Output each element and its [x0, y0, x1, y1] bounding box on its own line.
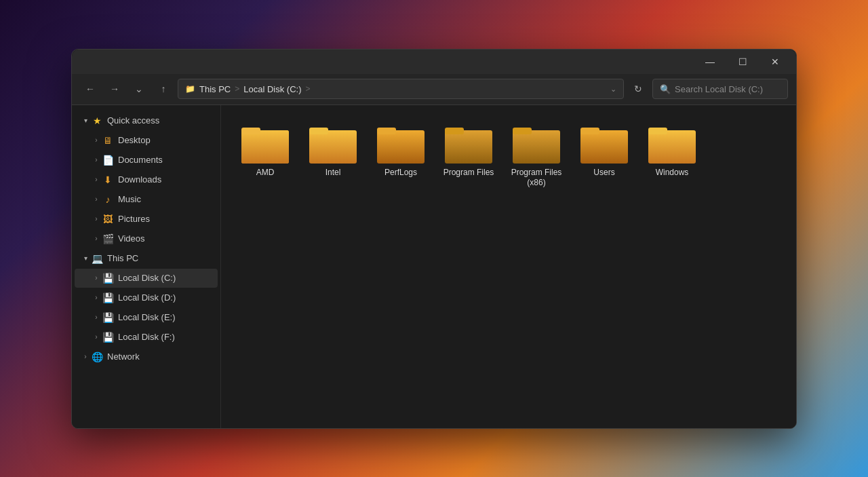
search-icon: 🔍: [660, 84, 671, 94]
local-disk-f-icon: 💾: [102, 331, 114, 343]
sidebar-item-local-disk-d[interactable]: › 💾 Local Disk (D:): [75, 288, 218, 307]
svg-rect-13: [580, 130, 628, 164]
folder-windows-svg: [648, 124, 696, 164]
documents-icon: 📄: [102, 154, 114, 166]
folder-intel[interactable]: Intel: [302, 119, 363, 194]
forward-button[interactable]: →: [104, 79, 125, 99]
minimize-button[interactable]: —: [694, 51, 726, 73]
folder-program-files-svg: [445, 124, 492, 164]
sidebar-label-local-disk-e: Local Disk (E:): [118, 312, 212, 322]
local-disk-d-chevron: ›: [91, 292, 102, 303]
folder-perflogs[interactable]: PerfLogs: [370, 119, 431, 194]
sidebar-label-network: Network: [107, 351, 212, 362]
address-this-pc: This PC: [199, 84, 231, 94]
search-box[interactable]: 🔍 Search Local Disk (C:): [652, 79, 788, 99]
sidebar-label-music: Music: [118, 194, 212, 204]
documents-chevron: ›: [91, 155, 102, 166]
desktop-icon: 🖥: [102, 134, 114, 147]
folder-perflogs-label: PerfLogs: [384, 168, 417, 178]
sidebar-item-documents[interactable]: › 📄 Documents: [75, 151, 218, 170]
folder-amd-svg: [241, 124, 289, 164]
svg-rect-16: [648, 128, 667, 134]
sidebar-item-local-disk-c[interactable]: › 💾 Local Disk (C:): [75, 269, 218, 288]
pictures-icon: 🖼: [102, 213, 114, 225]
address-sep-1: >: [235, 84, 239, 94]
sidebar-label-downloads: Downloads: [118, 174, 212, 185]
sidebar-label-local-disk-f: Local Disk (F:): [118, 332, 212, 342]
pictures-chevron: ›: [91, 214, 102, 225]
music-chevron: ›: [91, 194, 102, 205]
svg-rect-2: [241, 128, 260, 134]
sidebar-item-desktop[interactable]: › 🖥 Desktop: [75, 131, 218, 150]
folder-amd-label: AMD: [256, 168, 275, 178]
address-sep-2: >: [306, 84, 311, 94]
folder-perflogs-icon: [377, 124, 425, 164]
folder-program-files-x86-icon: [513, 124, 560, 164]
folder-intel-svg: [309, 124, 357, 164]
sidebar-label-pictures: Pictures: [118, 214, 212, 224]
address-dropdown-chevron[interactable]: ⌄: [610, 85, 616, 94]
sidebar-item-network[interactable]: › 🌐 Network: [75, 347, 218, 366]
sidebar-label-local-disk-c: Local Disk (C:): [118, 273, 212, 283]
sidebar-item-music[interactable]: › ♪ Music: [75, 190, 218, 209]
local-disk-e-icon: 💾: [102, 311, 114, 324]
back-button[interactable]: ←: [80, 79, 100, 99]
sidebar-item-quick-access[interactable]: ▾ ★ Quick access: [75, 111, 218, 130]
svg-rect-12: [513, 128, 532, 134]
music-icon: ♪: [102, 193, 114, 206]
toolbar: ← → ⌄ ↑ 📁 This PC > Local Disk (C:) > ⌄ …: [72, 74, 796, 105]
refresh-button[interactable]: ↻: [628, 79, 648, 99]
address-local-disk: Local Disk (C:): [243, 84, 301, 94]
folder-amd[interactable]: AMD: [235, 119, 296, 194]
videos-icon: 🎬: [102, 233, 114, 245]
downloads-chevron: ›: [91, 174, 102, 185]
folder-windows[interactable]: Windows: [642, 119, 703, 194]
svg-rect-15: [648, 130, 696, 164]
folder-program-files-label: Program Files: [443, 168, 494, 178]
file-explorer-window: — ☐ ✕ ← → ⌄ ↑ 📁 This PC > Local Disk (C:…: [71, 49, 797, 429]
local-disk-e-chevron: ›: [91, 312, 102, 323]
sidebar-label-desktop: Desktop: [118, 135, 212, 145]
address-bar[interactable]: 📁 This PC > Local Disk (C:) > ⌄: [178, 79, 624, 99]
maximize-button[interactable]: ☐: [727, 51, 758, 73]
folder-program-files-icon: [445, 124, 492, 164]
local-disk-f-chevron: ›: [91, 332, 102, 343]
quick-access-star-icon: ★: [91, 115, 103, 127]
sidebar-item-local-disk-f[interactable]: › 💾 Local Disk (F:): [75, 328, 218, 347]
sidebar-label-this-pc: This PC: [107, 253, 212, 263]
svg-rect-3: [309, 130, 357, 164]
quick-access-chevron: ▾: [80, 115, 91, 126]
svg-rect-5: [377, 130, 425, 164]
main-content: ▾ ★ Quick access › 🖥 Desktop › 📄 Documen…: [72, 105, 796, 428]
folder-program-files-x86[interactable]: Program Files (x86): [506, 119, 567, 194]
local-disk-c-chevron: ›: [91, 273, 102, 284]
address-breadcrumb-icon: 📁: [185, 84, 195, 94]
sidebar: ▾ ★ Quick access › 🖥 Desktop › 📄 Documen…: [72, 105, 221, 428]
network-chevron: ›: [80, 351, 91, 362]
folder-program-files[interactable]: Program Files: [438, 119, 499, 194]
videos-chevron: ›: [91, 233, 102, 244]
sidebar-label-videos: Videos: [118, 233, 212, 244]
folder-users-icon: [580, 124, 628, 164]
close-button[interactable]: ✕: [760, 51, 791, 73]
downloads-icon: ⬇: [102, 174, 114, 186]
sidebar-item-local-disk-e[interactable]: › 💾 Local Disk (E:): [75, 308, 218, 327]
local-disk-d-icon: 💾: [102, 292, 114, 304]
sidebar-item-pictures[interactable]: › 🖼 Pictures: [75, 210, 218, 229]
folder-intel-icon: [309, 124, 357, 164]
up-button[interactable]: ↑: [153, 79, 174, 99]
folder-users[interactable]: Users: [574, 119, 635, 194]
network-icon: 🌐: [91, 351, 103, 363]
recent-locations-button[interactable]: ⌄: [129, 79, 149, 99]
folder-users-svg: [580, 124, 628, 164]
sidebar-item-videos[interactable]: › 🎬 Videos: [75, 229, 218, 248]
svg-rect-9: [445, 128, 464, 134]
sidebar-item-this-pc[interactable]: ▾ 💻 This PC: [75, 249, 218, 268]
local-disk-c-icon: 💾: [102, 272, 114, 284]
this-pc-icon: 💻: [91, 252, 103, 265]
folder-program-files-x86-svg: [513, 124, 560, 164]
folder-windows-label: Windows: [656, 168, 689, 178]
folder-program-files-x86-label: Program Files (x86): [510, 168, 563, 189]
sidebar-item-downloads[interactable]: › ⬇ Downloads: [75, 170, 218, 189]
svg-rect-1: [241, 130, 289, 164]
